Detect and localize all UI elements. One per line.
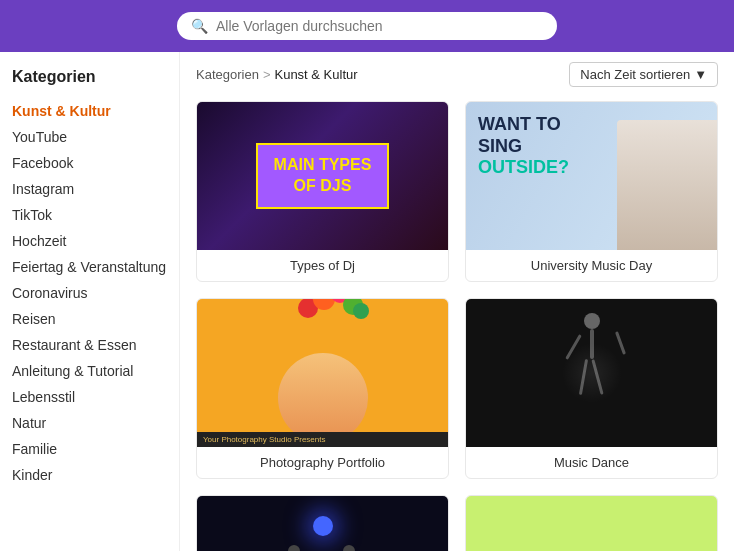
thumb-design-bg: Essential Graphic Design Tips for Beginn… bbox=[466, 496, 717, 551]
card-music-day[interactable]: WANT TOSINGOUTSIDE? University Music Day bbox=[465, 101, 718, 282]
sidebar-title: Kategorien bbox=[12, 68, 179, 86]
sidebar-item-restaurant[interactable]: Restaurant & Essen bbox=[12, 332, 179, 358]
card-design[interactable]: Essential Graphic Design Tips for Beginn… bbox=[465, 495, 718, 551]
card-music-day-thumb: WANT TOSINGOUTSIDE? bbox=[466, 102, 717, 250]
sidebar-item-facebook[interactable]: Facebook bbox=[12, 150, 179, 176]
sidebar-item-youtube[interactable]: YouTube bbox=[12, 124, 179, 150]
sort-label: Nach Zeit sortieren bbox=[580, 67, 690, 82]
sidebar-item-instagram[interactable]: Instagram bbox=[12, 176, 179, 202]
band-lights bbox=[313, 516, 333, 536]
thumb-dance-bg bbox=[466, 299, 717, 447]
card-photo[interactable]: Your Photography Studio Presents Photogr… bbox=[196, 298, 449, 479]
sidebar: Kategorien Kunst & Kultur YouTube Facebo… bbox=[0, 52, 180, 551]
layout: Kategorien Kunst & Kultur YouTube Facebo… bbox=[0, 52, 734, 551]
sidebar-item-feiertag[interactable]: Feiertag & Veranstaltung bbox=[12, 254, 179, 280]
sidebar-item-lebensstil[interactable]: Lebensstil bbox=[12, 384, 179, 410]
thumb-music-day-bg: WANT TOSINGOUTSIDE? bbox=[466, 102, 717, 250]
breadcrumb-root: Kategorien bbox=[196, 67, 259, 82]
breadcrumb: Kategorien > Kunst & Kultur bbox=[196, 67, 358, 82]
sidebar-item-coronavirus[interactable]: Coronavirus bbox=[12, 280, 179, 306]
thumb-photo-bg: Your Photography Studio Presents bbox=[197, 299, 448, 447]
card-dj[interactable]: MAIN TYPES OF DJS Types of Dj bbox=[196, 101, 449, 282]
music-day-figure bbox=[617, 120, 717, 250]
breadcrumb-current: Kunst & Kultur bbox=[274, 67, 357, 82]
card-photo-thumb: Your Photography Studio Presents bbox=[197, 299, 448, 447]
music-day-text: WANT TOSINGOUTSIDE? bbox=[478, 114, 569, 179]
sidebar-item-kinder[interactable]: Kinder bbox=[12, 462, 179, 488]
breadcrumb-separator: > bbox=[263, 67, 271, 82]
search-icon: 🔍 bbox=[191, 18, 208, 34]
thumb-band-bg: YOUR SINGLE Your Band bbox=[197, 496, 448, 551]
card-dance[interactable]: Music Dance bbox=[465, 298, 718, 479]
card-design-thumb: Essential Graphic Design Tips for Beginn… bbox=[466, 496, 717, 551]
card-dj-thumb: MAIN TYPES OF DJS bbox=[197, 102, 448, 250]
main-content: Kategorien > Kunst & Kultur Nach Zeit so… bbox=[180, 52, 734, 551]
card-dance-thumb bbox=[466, 299, 717, 447]
card-band-thumb: YOUR SINGLE Your Band bbox=[197, 496, 448, 551]
card-dance-label: Music Dance bbox=[466, 447, 717, 478]
card-music-day-label: University Music Day bbox=[466, 250, 717, 281]
sidebar-item-kunst[interactable]: Kunst & Kultur bbox=[12, 98, 179, 124]
header: 🔍 bbox=[0, 0, 734, 52]
card-band[interactable]: YOUR SINGLE Your Band bbox=[196, 495, 449, 551]
sidebar-item-anleitung[interactable]: Anleitung & Tutorial bbox=[12, 358, 179, 384]
top-bar: Kategorien > Kunst & Kultur Nach Zeit so… bbox=[196, 62, 718, 87]
sidebar-item-hochzeit[interactable]: Hochzeit bbox=[12, 228, 179, 254]
sidebar-item-natur[interactable]: Natur bbox=[12, 410, 179, 436]
card-dj-label: Types of Dj bbox=[197, 250, 448, 281]
dj-badge: MAIN TYPES OF DJS bbox=[256, 143, 390, 209]
sort-button[interactable]: Nach Zeit sortieren ▼ bbox=[569, 62, 718, 87]
photo-strip: Your Photography Studio Presents bbox=[197, 432, 448, 447]
sidebar-item-reisen[interactable]: Reisen bbox=[12, 306, 179, 332]
sidebar-item-familie[interactable]: Familie bbox=[12, 436, 179, 462]
search-bar[interactable]: 🔍 bbox=[177, 12, 557, 40]
card-photo-label: Photography Portfolio bbox=[197, 447, 448, 478]
chevron-down-icon: ▼ bbox=[694, 67, 707, 82]
thumb-dj-bg: MAIN TYPES OF DJS bbox=[197, 102, 448, 250]
template-grid: MAIN TYPES OF DJS Types of Dj WANT TOSIN… bbox=[196, 101, 718, 551]
search-input[interactable] bbox=[216, 18, 543, 34]
sidebar-item-tiktok[interactable]: TikTok bbox=[12, 202, 179, 228]
